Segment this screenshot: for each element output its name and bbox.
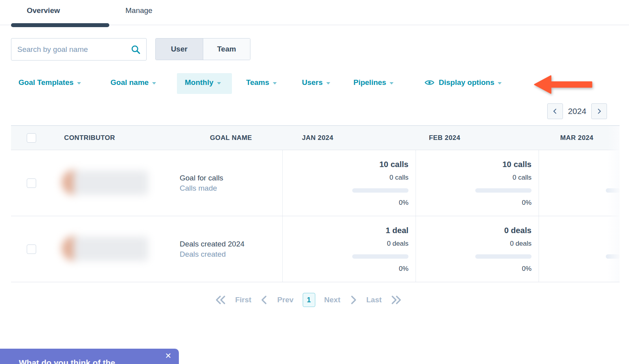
next-page-button[interactable]: Next	[324, 296, 340, 304]
goal-metric-label: Deals created	[180, 249, 282, 259]
first-page-icon[interactable]	[215, 295, 226, 305]
chevron-down-icon	[390, 82, 394, 85]
column-header-mar: MAR 2024	[539, 134, 620, 142]
chevron-down-icon	[498, 82, 502, 85]
next-year-button[interactable]	[591, 103, 607, 119]
filter-frequency-monthly[interactable]: Monthly	[185, 78, 221, 87]
feedback-dialog-title: What do you think of the	[19, 358, 115, 364]
contributor-redacted-avatar	[60, 165, 150, 201]
filter-goal-templates[interactable]: Goal Templates	[18, 78, 81, 87]
last-page-icon[interactable]	[391, 295, 402, 305]
chevron-down-icon	[152, 82, 156, 85]
goal-target-value: 1 deal	[283, 226, 408, 235]
display-options-dropdown[interactable]: Display options	[425, 78, 502, 87]
goal-target-value: 10 calls	[283, 160, 408, 169]
goal-target-value: 0 deals	[416, 226, 532, 235]
goal-name-link[interactable]: Deals created 2024	[180, 239, 282, 249]
column-header-feb: FEB 2024	[416, 134, 539, 142]
toggle-user-button[interactable]: User	[156, 39, 203, 60]
eye-icon	[425, 79, 434, 86]
goal-percent: 0%	[283, 199, 408, 207]
filter-users-label: Users	[302, 78, 323, 87]
table-row: Goal for calls Calls made 10 calls 0 cal…	[11, 150, 620, 216]
filter-monthly-label: Monthly	[185, 78, 213, 87]
display-options-label: Display options	[439, 78, 494, 87]
row-checkbox[interactable]	[27, 245, 36, 254]
chevron-down-icon	[273, 82, 277, 85]
goal-actual-value: 0 calls	[283, 173, 408, 182]
goal-actual-value: 0 deals	[283, 239, 408, 248]
filter-goal-name-label: Goal name	[110, 78, 149, 87]
year-label: 2024	[563, 107, 591, 116]
filter-teams[interactable]: Teams	[246, 78, 277, 87]
progress-bar	[475, 188, 532, 193]
chevron-down-icon	[217, 82, 221, 85]
goal-actual-value: 0 calls	[416, 173, 532, 182]
pagination: First Prev 1 Next Last	[11, 291, 606, 309]
goal-percent: 0%	[416, 265, 532, 273]
filter-goal-templates-label: Goal Templates	[18, 78, 74, 87]
goal-target-value: 10 calls	[416, 160, 532, 169]
chevron-down-icon	[77, 82, 81, 85]
goal-search	[11, 38, 147, 61]
last-page-button[interactable]: Last	[366, 296, 382, 304]
filter-goal-name[interactable]: Goal name	[110, 78, 156, 87]
prev-page-icon[interactable]	[260, 295, 268, 305]
toggle-team-button[interactable]: Team	[203, 39, 250, 60]
first-page-button[interactable]: First	[235, 296, 251, 304]
next-page-icon[interactable]	[349, 295, 357, 305]
filter-pipelines-label: Pipelines	[353, 78, 386, 87]
current-page-button[interactable]: 1	[303, 293, 315, 307]
progress-bar-fragment	[606, 188, 620, 193]
feedback-dialog: What do you think of the ✕	[0, 349, 179, 364]
goal-name-link[interactable]: Goal for calls	[180, 173, 282, 183]
prev-year-button[interactable]	[547, 103, 563, 119]
contributor-redacted-avatar	[60, 231, 150, 267]
filter-users[interactable]: Users	[302, 78, 330, 87]
progress-bar	[352, 254, 408, 259]
row-checkbox[interactable]	[27, 178, 36, 188]
column-header-contributor: CONTRIBUTOR	[52, 134, 175, 142]
user-team-toggle: User Team	[155, 38, 250, 60]
progress-bar-fragment	[606, 254, 620, 259]
progress-bar	[352, 188, 408, 193]
tab-overview[interactable]: Overview	[27, 6, 60, 15]
annotation-arrow-left	[532, 74, 595, 97]
goal-percent: 0%	[283, 265, 408, 273]
search-icon[interactable]	[131, 44, 141, 55]
goal-actual-value: 0 deals	[416, 239, 532, 248]
table-header: CONTRIBUTOR GOAL NAME JAN 2024 FEB 2024 …	[11, 126, 620, 150]
progress-bar	[475, 254, 532, 259]
tab-manage[interactable]: Manage	[125, 6, 153, 15]
prev-page-button[interactable]: Prev	[277, 296, 293, 304]
close-icon[interactable]: ✕	[163, 350, 174, 361]
goals-table: CONTRIBUTOR GOAL NAME JAN 2024 FEB 2024 …	[11, 125, 620, 282]
table-row: Deals created 2024 Deals created 1 deal …	[11, 216, 620, 282]
active-tab-underline	[11, 23, 109, 27]
column-header-goal-name: GOAL NAME	[175, 134, 282, 142]
search-input[interactable]	[11, 45, 131, 54]
goal-percent: 0%	[416, 199, 532, 207]
column-header-jan: JAN 2024	[282, 134, 416, 142]
chevron-down-icon	[326, 82, 330, 85]
filter-pipelines[interactable]: Pipelines	[353, 78, 394, 87]
select-all-checkbox[interactable]	[27, 133, 36, 143]
filter-teams-label: Teams	[246, 78, 269, 87]
goal-metric-label: Calls made	[180, 183, 282, 193]
